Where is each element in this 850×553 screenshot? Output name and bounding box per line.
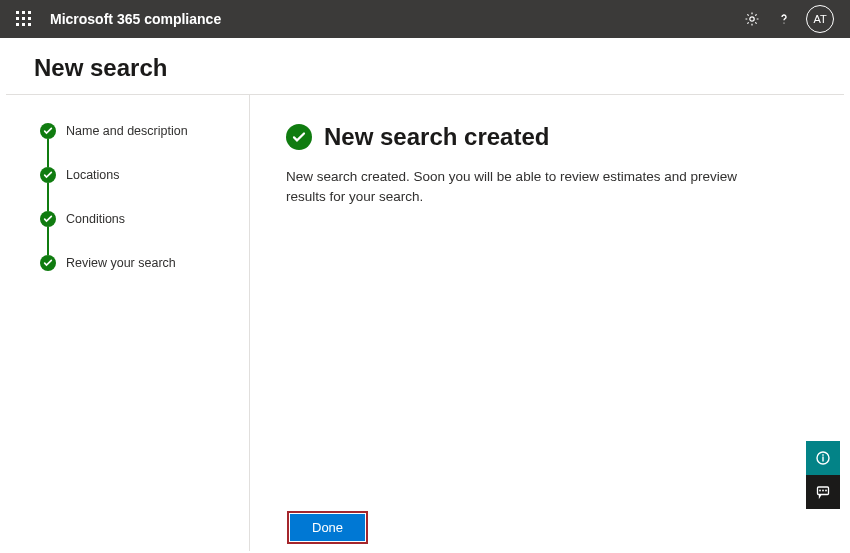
app-title: Microsoft 365 compliance bbox=[50, 11, 221, 27]
svg-point-0 bbox=[750, 17, 754, 21]
result-body-text: New search created. Soon you will be abl… bbox=[286, 167, 766, 206]
info-float-button[interactable] bbox=[806, 441, 840, 475]
done-button[interactable]: Done bbox=[290, 514, 365, 541]
user-avatar[interactable]: AT bbox=[806, 5, 834, 33]
result-title: New search created bbox=[324, 123, 549, 151]
svg-point-1 bbox=[783, 22, 784, 23]
feedback-float-button[interactable] bbox=[806, 475, 840, 509]
success-check-icon bbox=[286, 124, 312, 150]
step-connector bbox=[47, 139, 49, 167]
content-area: Name and description Locations Condition… bbox=[6, 94, 844, 551]
step-label: Conditions bbox=[66, 212, 125, 226]
floating-actions bbox=[806, 441, 840, 509]
step-label: Name and description bbox=[66, 124, 188, 138]
result-header: New search created bbox=[286, 123, 808, 151]
check-icon bbox=[40, 167, 56, 183]
wizard-footer: Done bbox=[290, 514, 365, 541]
main-panel: New search created New search created. S… bbox=[250, 95, 844, 551]
check-icon bbox=[40, 123, 56, 139]
step-review[interactable]: Review your search bbox=[40, 255, 235, 271]
page-title: New search bbox=[0, 38, 850, 94]
help-icon[interactable] bbox=[768, 3, 800, 35]
step-label: Review your search bbox=[66, 256, 176, 270]
step-locations[interactable]: Locations bbox=[40, 167, 235, 183]
global-header: Microsoft 365 compliance AT bbox=[0, 0, 850, 38]
step-label: Locations bbox=[66, 168, 120, 182]
step-connector bbox=[47, 183, 49, 211]
step-conditions[interactable]: Conditions bbox=[40, 211, 235, 227]
check-icon bbox=[40, 255, 56, 271]
app-launcher-icon[interactable] bbox=[16, 11, 32, 27]
step-connector bbox=[47, 227, 49, 255]
settings-icon[interactable] bbox=[736, 3, 768, 35]
check-icon bbox=[40, 211, 56, 227]
wizard-stepper: Name and description Locations Condition… bbox=[6, 95, 250, 551]
step-name-description[interactable]: Name and description bbox=[40, 123, 235, 139]
